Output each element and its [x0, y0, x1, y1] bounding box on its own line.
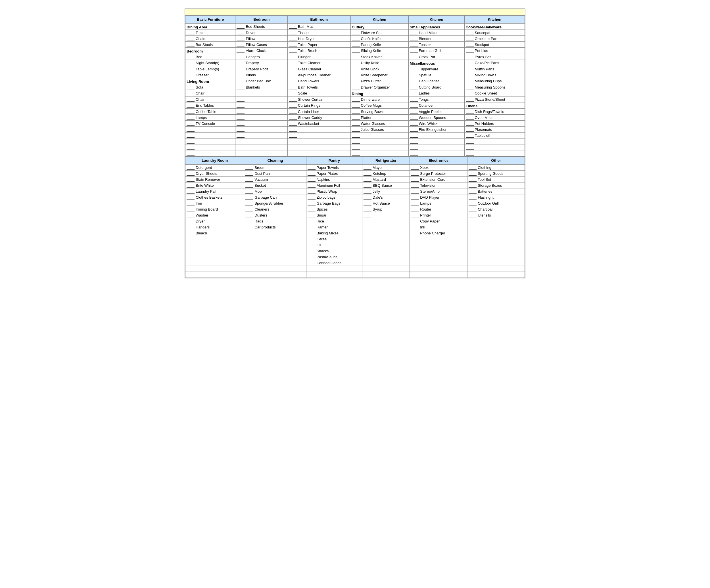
empty-checkbox: [237, 115, 244, 120]
list-item: Knife Sharpener: [352, 72, 407, 77]
table-cell: [287, 139, 351, 144]
item-label: Dinnerware: [361, 97, 380, 102]
table-cell: Tissue: [287, 30, 351, 36]
section-header: Linens: [466, 103, 523, 108]
section-header: Cutlery: [352, 24, 407, 29]
checkbox-line: [245, 189, 253, 194]
item-label: Toilet Brush: [298, 49, 317, 53]
table-cell: Bath Towels: [287, 84, 351, 90]
item-label: Shower Curtain: [298, 97, 324, 102]
list-item: Utensils: [469, 213, 523, 218]
list-item: Pizza Stone/Sheet: [466, 97, 523, 102]
item-label: Slicing Knife: [361, 49, 381, 53]
table-cell: Cutting Board: [408, 84, 464, 90]
checkbox-line: [352, 60, 360, 65]
checkbox-line: [352, 48, 360, 53]
table-cell: Bedroom: [186, 48, 235, 54]
table-cell: Sporting Goods: [468, 171, 525, 176]
checkbox-line: [187, 91, 194, 95]
table-cell: Cleaners: [244, 206, 306, 212]
top-table: Basic FurnitureBedroomBathroomKitchenKit…: [185, 15, 525, 156]
table-cell: [186, 132, 235, 139]
checkbox-line: [411, 171, 419, 176]
empty-checkbox: [411, 237, 419, 241]
list-item: Rags: [245, 219, 305, 224]
checkbox-line: [410, 73, 418, 77]
item-label: Saucepan: [475, 31, 492, 35]
list-item: Oil: [308, 242, 361, 247]
table-cell: Knife Sharpener: [351, 72, 408, 78]
table-cell: Pyrex Set: [464, 54, 524, 60]
list-item: Chef's Knife: [352, 36, 407, 41]
empty-line: [187, 260, 243, 265]
list-item: Car products: [245, 224, 305, 229]
item-label: Snacks: [317, 249, 329, 253]
empty-line: [352, 133, 407, 138]
table-cell: [362, 266, 410, 272]
column-header: Bathroom: [287, 16, 351, 24]
checkbox-line: [411, 177, 419, 181]
list-item: Blender: [410, 36, 463, 41]
checkbox-line: [411, 231, 419, 235]
item-label: Drawer Organizer: [361, 85, 390, 90]
list-item: Hangers: [237, 54, 286, 59]
empty-line: [245, 237, 305, 242]
checkbox-line: [187, 73, 194, 77]
checkbox-line: [469, 213, 477, 217]
empty-checkbox: [187, 145, 194, 150]
empty-line: [410, 151, 463, 156]
empty-checkbox: [466, 151, 474, 155]
empty-checkbox: [245, 267, 253, 271]
item-label: Phone Charger: [420, 231, 445, 235]
table-cell: Water Glasses: [351, 121, 408, 127]
list-item: Hand Towels: [289, 78, 349, 83]
item-label: Hair Dryer: [298, 36, 315, 41]
table-cell: [244, 272, 306, 278]
checkbox-line: [411, 165, 419, 170]
table-cell: Hair Dryer: [287, 36, 351, 42]
table-cell: [235, 144, 288, 150]
list-item: Sporting Goods: [469, 171, 523, 176]
checkbox-line: [187, 30, 194, 35]
table-cell: [244, 254, 306, 260]
empty-line: [245, 266, 305, 271]
table-cell: [244, 242, 306, 248]
item-label: Laundry Pail: [196, 189, 216, 194]
table-cell: [468, 218, 525, 224]
table-cell: Drapery Rods: [235, 66, 288, 72]
table-cell: Miscellaneous: [408, 60, 464, 66]
checkbox-line: [187, 177, 194, 181]
table-cell: Dale's: [362, 194, 410, 200]
item-label: Pizza Stone/Sheet: [475, 97, 505, 102]
list-item: Hangers: [187, 224, 243, 229]
item-label: Serving Bowls: [361, 109, 384, 114]
list-item: Coffee Mugs: [352, 103, 407, 108]
column-header: Bedroom: [235, 16, 288, 24]
item-label: Blinds: [246, 73, 256, 77]
list-item: Omelette Pan: [466, 36, 523, 41]
table-cell: Tablecloth: [464, 132, 524, 139]
item-label: Pot Holders: [475, 121, 494, 126]
table-cell: Bath Mat: [287, 24, 351, 30]
table-cell: [235, 121, 288, 127]
empty-line: [363, 272, 408, 277]
item-label: Cutting Board: [419, 85, 442, 90]
checkbox-line: [187, 165, 194, 170]
table-cell: Storage Boxes: [468, 182, 525, 189]
checkbox-line: [410, 36, 418, 41]
empty-line: [237, 121, 286, 126]
table-cell: Spatula: [408, 72, 464, 78]
table-cell: [468, 254, 525, 260]
table-cell: Bucket: [244, 182, 306, 189]
table-cell: [186, 254, 244, 260]
checkbox-line: [308, 254, 315, 259]
item-label: Bed: [196, 55, 202, 59]
checkbox-line: [352, 30, 360, 35]
checkbox-line: [289, 109, 297, 114]
list-item: Pot Lids: [466, 48, 523, 53]
list-item: Juice Glasses: [352, 127, 407, 132]
list-item: Table: [187, 30, 234, 35]
table-cell: [468, 266, 525, 272]
table-cell: Hot Sauce: [362, 200, 410, 206]
list-item: Cutting Board: [410, 84, 463, 90]
